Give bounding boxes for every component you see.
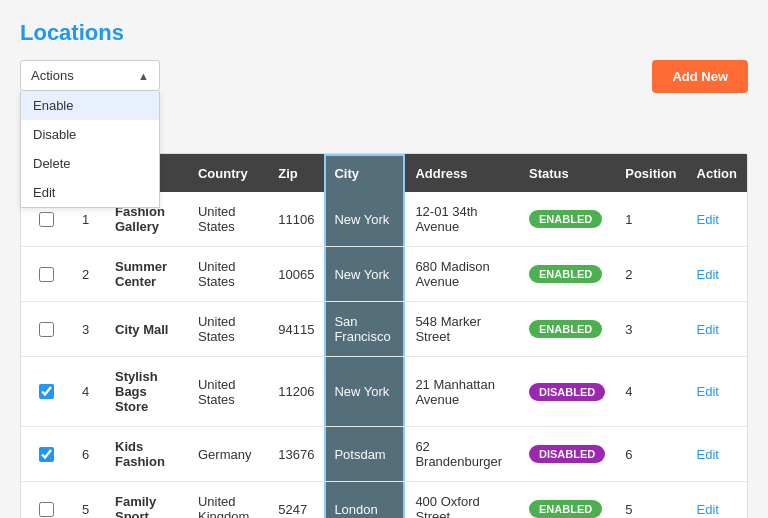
header-status: Status xyxy=(519,154,615,192)
row-zip: 11106 xyxy=(268,192,324,247)
row-name: Family Sport xyxy=(105,482,188,519)
row-action-cell: Edit xyxy=(687,302,747,357)
row-position: 1 xyxy=(615,192,686,247)
row-city: New York xyxy=(324,192,405,247)
row-checkbox[interactable] xyxy=(39,267,54,282)
row-address: 400 Oxford Street xyxy=(405,482,519,519)
dropdown-item-disable[interactable]: Disable xyxy=(21,120,159,149)
table-row: 2Summer CenterUnited States10065New York… xyxy=(21,247,747,302)
row-action-cell: Edit xyxy=(687,357,747,427)
status-badge: ENABLED xyxy=(529,265,602,283)
edit-button[interactable]: Edit xyxy=(697,384,719,399)
row-id: 4 xyxy=(72,357,105,427)
row-id: 5 xyxy=(72,482,105,519)
actions-button[interactable]: Actions ▲ xyxy=(20,60,160,91)
row-city: London xyxy=(324,482,405,519)
header-city: City xyxy=(324,154,405,192)
status-badge: ENABLED xyxy=(529,210,602,228)
row-checkbox-cell xyxy=(21,302,72,357)
row-name: Summer Center xyxy=(105,247,188,302)
row-position: 3 xyxy=(615,302,686,357)
row-action-cell: Edit xyxy=(687,427,747,482)
row-checkbox-cell xyxy=(21,427,72,482)
row-zip: 10065 xyxy=(268,247,324,302)
row-country: United States xyxy=(188,247,268,302)
table-row: 4Stylish Bags StoreUnited States11206New… xyxy=(21,357,747,427)
status-badge: DISABLED xyxy=(529,445,605,463)
row-status: ENABLED xyxy=(519,247,615,302)
status-badge: DISABLED xyxy=(529,383,605,401)
header-address: Address xyxy=(405,154,519,192)
row-address: 21 Manhattan Avenue xyxy=(405,357,519,427)
edit-button[interactable]: Edit xyxy=(697,212,719,227)
dropdown-item-enable[interactable]: Enable xyxy=(21,91,159,120)
row-country: United States xyxy=(188,192,268,247)
row-address: 548 Marker Street xyxy=(405,302,519,357)
row-action-cell: Edit xyxy=(687,247,747,302)
row-country: United Kingdom xyxy=(188,482,268,519)
row-name: Kids Fashion xyxy=(105,427,188,482)
row-status: ENABLED xyxy=(519,302,615,357)
row-action-cell: Edit xyxy=(687,482,747,519)
row-checkbox-cell xyxy=(21,482,72,519)
header-position: Position xyxy=(615,154,686,192)
status-badge: ENABLED xyxy=(529,320,602,338)
header-zip: Zip xyxy=(268,154,324,192)
row-zip: 5247 xyxy=(268,482,324,519)
locations-table: ✉ ID Name Country Zip City Address Statu… xyxy=(21,154,747,518)
row-status: ENABLED xyxy=(519,192,615,247)
actions-dropdown: EnableDisableDeleteEdit xyxy=(20,91,160,208)
row-checkbox[interactable] xyxy=(39,384,54,399)
row-city: New York xyxy=(324,247,405,302)
row-position: 5 xyxy=(615,482,686,519)
actions-label: Actions xyxy=(31,68,74,83)
row-status: DISABLED xyxy=(519,357,615,427)
add-new-button[interactable]: Add New xyxy=(652,60,748,93)
row-name: Stylish Bags Store xyxy=(105,357,188,427)
row-checkbox-cell xyxy=(21,247,72,302)
row-checkbox[interactable] xyxy=(39,447,54,462)
chevron-up-icon: ▲ xyxy=(138,70,149,82)
top-bar: Actions ▲ EnableDisableDeleteEdit Add Ne… xyxy=(20,60,748,93)
header-action: Action xyxy=(687,154,747,192)
row-address: 12-01 34th Avenue xyxy=(405,192,519,247)
edit-button[interactable]: Edit xyxy=(697,322,719,337)
table-row: 3City MallUnited States94115San Francisc… xyxy=(21,302,747,357)
row-country: United States xyxy=(188,357,268,427)
row-checkbox-cell xyxy=(21,357,72,427)
header-country: Country xyxy=(188,154,268,192)
row-checkbox[interactable] xyxy=(39,212,54,227)
row-zip: 13676 xyxy=(268,427,324,482)
row-zip: 94115 xyxy=(268,302,324,357)
row-position: 6 xyxy=(615,427,686,482)
edit-button[interactable]: Edit xyxy=(697,502,719,517)
row-zip: 11206 xyxy=(268,357,324,427)
table-row: 6Kids FashionGermany13676Potsdam62 Brand… xyxy=(21,427,747,482)
row-address: 680 Madison Avenue xyxy=(405,247,519,302)
edit-button[interactable]: Edit xyxy=(697,267,719,282)
page-title: Locations xyxy=(20,20,748,46)
row-country: Germany xyxy=(188,427,268,482)
row-position: 2 xyxy=(615,247,686,302)
edit-button[interactable]: Edit xyxy=(697,447,719,462)
row-action-cell: Edit xyxy=(687,192,747,247)
row-address: 62 Brandenburger xyxy=(405,427,519,482)
row-checkbox[interactable] xyxy=(39,502,54,517)
row-id: 2 xyxy=(72,247,105,302)
dropdown-item-delete[interactable]: Delete xyxy=(21,149,159,178)
row-city: San Francisco xyxy=(324,302,405,357)
status-badge: ENABLED xyxy=(529,500,602,518)
row-status: ENABLED xyxy=(519,482,615,519)
row-city: New York xyxy=(324,357,405,427)
row-position: 4 xyxy=(615,357,686,427)
row-country: United States xyxy=(188,302,268,357)
row-status: DISABLED xyxy=(519,427,615,482)
row-city: Potsdam xyxy=(324,427,405,482)
table-body: 1Fashion GalleryUnited States11106New Yo… xyxy=(21,192,747,518)
dropdown-item-edit[interactable]: Edit xyxy=(21,178,159,207)
table-row: 5Family SportUnited Kingdom5247London400… xyxy=(21,482,747,519)
row-checkbox[interactable] xyxy=(39,322,54,337)
actions-wrapper: Actions ▲ EnableDisableDeleteEdit xyxy=(20,60,160,91)
row-name: City Mall xyxy=(105,302,188,357)
row-id: 3 xyxy=(72,302,105,357)
